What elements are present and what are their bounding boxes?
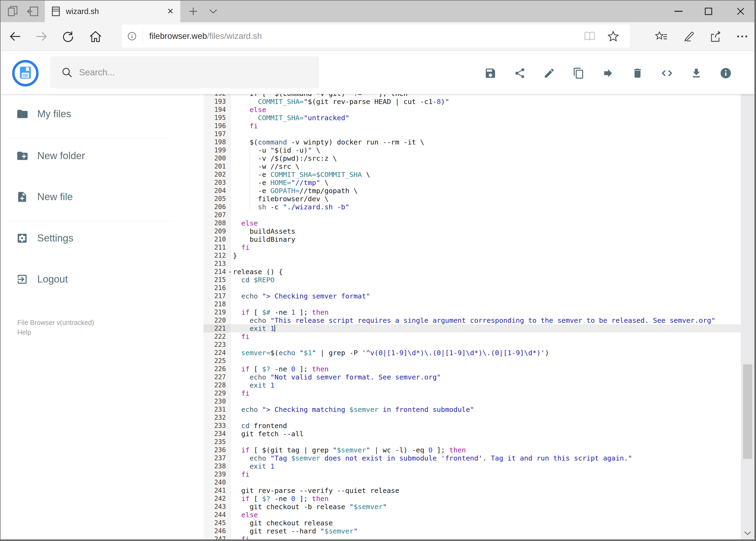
info-icon[interactable] xyxy=(715,63,736,84)
code-row: exit 1 xyxy=(230,381,742,389)
code-row: } xyxy=(230,252,742,260)
sidebar-item-label: My files xyxy=(37,108,71,120)
save-icon[interactable] xyxy=(480,63,501,84)
gutter-cell: 209 xyxy=(203,227,230,235)
share-icon[interactable] xyxy=(510,63,530,84)
gutter-cell: 208 xyxy=(203,219,230,227)
sidebar-item-logout[interactable]: Logout xyxy=(1,269,176,289)
gutter-cell: 222 xyxy=(203,332,230,340)
filebrowser-logo[interactable] xyxy=(12,60,39,86)
gutter-cell: 203 xyxy=(203,179,230,187)
search-box[interactable]: Search... xyxy=(50,56,319,88)
gutter-cell: 238 xyxy=(203,462,230,470)
url-box[interactable]: filebrowser.web/files/wizard.sh xyxy=(122,25,630,48)
gutter-cell: 197 xyxy=(203,130,230,138)
gutter-cell: 215 xyxy=(203,276,230,284)
gutter-cell: 223 xyxy=(203,340,230,349)
gutter-cell: 210 xyxy=(203,235,230,244)
refresh-icon[interactable] xyxy=(58,22,78,51)
tab-wizard-sh[interactable]: wizard.sh ✕ xyxy=(45,1,180,22)
gutter-cell: 200 xyxy=(203,154,230,162)
gutter-cell: 236 xyxy=(203,446,230,454)
sidebar-item-settings[interactable]: Settings xyxy=(1,228,176,249)
new-tab-icon[interactable] xyxy=(185,1,202,22)
search-placeholder: Search... xyxy=(79,67,115,78)
tab-preview-icon[interactable] xyxy=(4,1,22,22)
code-row: -w //src \ xyxy=(230,162,742,171)
scrollbar-thumb[interactable] xyxy=(743,364,752,459)
gutter-cell: 195 xyxy=(203,114,230,122)
gutter-cell: 201 xyxy=(203,162,230,171)
code-icon[interactable] xyxy=(657,63,677,84)
home-icon[interactable] xyxy=(85,22,106,51)
gutter-cell: 242 xyxy=(203,495,230,503)
back-icon[interactable] xyxy=(5,22,25,51)
code-row: exit 1 xyxy=(230,462,742,470)
code-row: COMMIT_SHA="$(git rev-parse HEAD | cut -… xyxy=(230,98,742,106)
more-options-icon[interactable] xyxy=(732,22,752,51)
gutter-cell: 217 xyxy=(203,292,230,300)
gutter-cell: 218 xyxy=(203,300,230,308)
code-row: echo "This release script requires a sin… xyxy=(230,316,742,324)
sidebar-item-new-file[interactable]: New file xyxy=(1,187,176,207)
download-icon[interactable] xyxy=(686,63,707,84)
gutter-cell: 206 xyxy=(203,203,230,211)
gutter-cell: 231 xyxy=(203,405,230,413)
code-row: git checkout release xyxy=(230,519,742,527)
favorite-star-icon[interactable] xyxy=(608,31,619,42)
minimize-icon[interactable] xyxy=(666,1,691,22)
sidebar-item-label: Logout xyxy=(37,273,68,285)
maximize-icon[interactable] xyxy=(696,1,721,22)
gutter-cell: 204 xyxy=(203,187,230,195)
page-info-icon[interactable] xyxy=(127,32,136,41)
reading-view-icon[interactable] xyxy=(584,31,596,41)
code-row xyxy=(230,397,742,405)
code-row: fi xyxy=(230,244,742,252)
gutter-cell: 243 xyxy=(203,503,230,511)
scroll-down-icon[interactable] xyxy=(741,527,754,539)
code-row: cd $REPO xyxy=(230,276,742,284)
close-icon[interactable] xyxy=(728,1,753,22)
sidebar-item-my-files[interactable]: My files xyxy=(1,104,176,124)
copy-icon[interactable] xyxy=(569,63,589,84)
code-editor[interactable]: if [ "$(command -v git)" != "" ]; then C… xyxy=(203,94,742,539)
help-link[interactable]: Help xyxy=(17,328,31,336)
tab-dropdown-icon[interactable] xyxy=(205,1,222,22)
fold-marker-icon[interactable]: ▾ xyxy=(229,268,231,276)
share-page-icon[interactable] xyxy=(705,22,726,51)
code-row: fi xyxy=(230,535,742,539)
edit-icon[interactable] xyxy=(539,63,560,84)
code-lines: if [ "$(command -v git)" != "" ]; then C… xyxy=(230,94,742,539)
tab-close-icon[interactable]: ✕ xyxy=(167,7,174,15)
gutter-cell: 193 xyxy=(203,98,230,106)
tabs-set-aside-icon[interactable] xyxy=(24,1,42,22)
vertical-scrollbar[interactable] xyxy=(741,51,754,539)
forward-icon[interactable] xyxy=(31,22,52,51)
code-row: echo "> Checking matching $semver in fro… xyxy=(230,405,742,413)
code-row: else xyxy=(230,219,742,227)
favorites-hub-icon[interactable] xyxy=(651,22,671,51)
code-row xyxy=(230,413,742,422)
sidebar-item-label: New file xyxy=(37,191,73,203)
web-note-icon[interactable] xyxy=(678,22,698,51)
gutter-cell: 192 xyxy=(203,94,230,98)
code-row xyxy=(230,357,742,365)
code-row xyxy=(230,211,742,219)
url-text: filebrowser.web/files/wizard.sh xyxy=(149,31,262,41)
code-row: if [ $(git tag | grep "$semver" | wc -l)… xyxy=(230,446,742,454)
sidebar-item-label: Settings xyxy=(37,233,74,244)
gutter-cell: 221 xyxy=(203,324,230,332)
gutter-cell: 247 xyxy=(203,535,230,539)
sidebar-item-new-folder[interactable]: New folder xyxy=(1,146,176,166)
move-icon[interactable] xyxy=(598,63,619,84)
gutter-cell: 244 xyxy=(203,511,230,519)
code-row: fi xyxy=(230,332,742,340)
delete-icon[interactable] xyxy=(627,63,648,84)
code-row: fi xyxy=(230,389,742,397)
browser-window: wizard.sh ✕ xyxy=(0,0,756,541)
gutter-cell: 205 xyxy=(203,195,230,203)
code-row: else xyxy=(230,106,742,114)
code-row: -u "$(id -u)" \ xyxy=(230,146,742,154)
gutter-cell: 235 xyxy=(203,438,230,446)
code-row: git rev-parse --verify --quiet release xyxy=(230,486,742,495)
